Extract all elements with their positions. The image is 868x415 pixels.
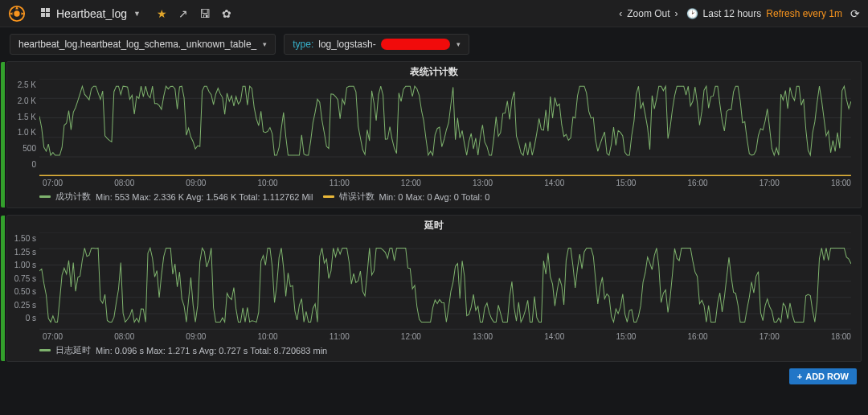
- zoom-out-button[interactable]: ‹ Zoom Out ›: [619, 8, 678, 19]
- star-icon[interactable]: ★: [157, 7, 167, 20]
- chart-svg: [39, 232, 851, 330]
- legend-name: 错误计数: [339, 191, 375, 203]
- plot-area[interactable]: [39, 79, 851, 180]
- legend-stats: Min: 553 Max: 2.336 K Avg: 1.546 K Total…: [96, 192, 313, 202]
- panel-latency: 延时 1.50 s1.25 s1.00 s0.75 s0.50 s0.25 s0…: [6, 215, 862, 362]
- caret-down-icon: ▾: [457, 40, 461, 48]
- chevron-left-icon: ‹: [619, 8, 622, 19]
- panel-title: 表统计计数: [7, 62, 861, 79]
- clock-icon: 🕑: [686, 8, 698, 19]
- legend-swatch: [39, 349, 51, 351]
- var-type-value: log_logstash-: [318, 39, 375, 50]
- caret-down-icon: ▾: [263, 40, 267, 48]
- tick-label: 2.5 K: [18, 80, 36, 89]
- dashboard-title: Heartbeat_log: [56, 7, 127, 20]
- tick-label: 1.0 K: [18, 128, 36, 137]
- row-handle[interactable]: [1, 216, 5, 361]
- tick-label: 500: [23, 144, 36, 153]
- panels-container: 表统计计数 2.5 K2.0 K1.5 K1.0 K5000 07:0008:0…: [0, 61, 868, 367]
- series-latency: [39, 248, 851, 322]
- timerange-label: Last 12 hours: [703, 8, 762, 19]
- legend-swatch: [323, 195, 334, 198]
- save-icon[interactable]: 🖫: [199, 7, 211, 20]
- panel-table-count: 表统计计数 2.5 K2.0 K1.5 K1.0 K5000 07:0008:0…: [6, 61, 862, 208]
- legend-name: 日志延时: [55, 344, 91, 356]
- series-success: [39, 86, 851, 155]
- legend-stats: Min: 0 Max: 0 Avg: 0 Total: 0: [379, 192, 490, 202]
- add-row-row: + ADD ROW: [0, 367, 868, 384]
- refresh-interval-label: Refresh every 1m: [766, 8, 842, 19]
- var-table-value: heartbeat_log.heartbeat_log_schema._unkn…: [18, 39, 256, 50]
- gridlines: [39, 79, 851, 175]
- legend-item[interactable]: 成功计数 Min: 553 Max: 2.336 K Avg: 1.546 K …: [39, 191, 313, 203]
- time-range-picker[interactable]: 🕑 Last 12 hours Refresh every 1m: [686, 8, 842, 19]
- legend-stats: Min: 0.096 s Max: 1.271 s Avg: 0.727 s T…: [96, 346, 327, 355]
- plot-area[interactable]: [39, 232, 851, 334]
- add-row-label: ADD ROW: [805, 372, 849, 381]
- tick-label: 1.00 s: [14, 261, 36, 269]
- tick-label: 1.50 s: [14, 234, 36, 243]
- refresh-icon[interactable]: ⟳: [850, 7, 860, 20]
- topbar: Heartbeat_log ▼ ★ ↗ 🖫 ✿ ‹ Zoom Out › 🕑 L…: [0, 0, 868, 27]
- grafana-logo: [8, 5, 26, 23]
- zoom-label: Zoom Out: [627, 8, 669, 19]
- tick-label: 0.50 s: [14, 287, 36, 296]
- share-icon[interactable]: ↗: [178, 7, 188, 20]
- var-type-key: type:: [293, 39, 313, 50]
- legend-name: 成功计数: [55, 191, 91, 203]
- row-handle[interactable]: [1, 62, 5, 208]
- y-axis: 2.5 K2.0 K1.5 K1.0 K5000: [7, 79, 39, 180]
- chart-svg: [39, 79, 851, 176]
- tick-label: 0 s: [26, 314, 36, 323]
- tick-label: 1.25 s: [14, 248, 36, 257]
- legend-item[interactable]: 日志延时 Min: 0.096 s Max: 1.271 s Avg: 0.72…: [39, 344, 327, 356]
- redacted-segment: [381, 39, 450, 50]
- add-row-button[interactable]: + ADD ROW: [789, 368, 857, 384]
- tick-label: 1.5 K: [18, 113, 36, 121]
- chevron-right-icon: ›: [675, 8, 678, 19]
- svg-point-1: [14, 10, 19, 16]
- legend: 成功计数 Min: 553 Max: 2.336 K Avg: 1.546 K …: [7, 187, 861, 208]
- caret-down-icon: ▼: [133, 10, 141, 18]
- topbar-right: ‹ Zoom Out › 🕑 Last 12 hours Refresh eve…: [619, 7, 860, 20]
- panel-title: 延时: [7, 216, 861, 232]
- template-vars-row: heartbeat_log.heartbeat_log_schema._unkn…: [0, 27, 868, 61]
- legend-item[interactable]: 错误计数 Min: 0 Max: 0 Avg: 0 Total: 0: [323, 191, 490, 203]
- tick-label: 0: [31, 160, 36, 169]
- legend-swatch: [39, 195, 51, 198]
- legend: 日志延时 Min: 0.096 s Max: 1.271 s Avg: 0.72…: [7, 341, 861, 361]
- tick-label: 0.75 s: [14, 274, 36, 283]
- tick-label: 2.0 K: [18, 97, 36, 105]
- dashboard-picker[interactable]: Heartbeat_log ▼: [34, 4, 147, 23]
- panel-body: 2.5 K2.0 K1.5 K1.0 K5000: [7, 79, 861, 180]
- plus-icon: +: [797, 372, 802, 381]
- gear-icon[interactable]: ✿: [222, 7, 231, 20]
- tick-label: 0.25 s: [14, 301, 36, 310]
- grid-icon: [40, 8, 51, 19]
- panel-body: 1.50 s1.25 s1.00 s0.75 s0.50 s0.25 s0 s: [7, 232, 861, 334]
- toolbar-icons: ★ ↗ 🖫 ✿: [157, 7, 231, 20]
- var-type-picker[interactable]: type: log_logstash- ▾: [284, 34, 469, 55]
- y-axis: 1.50 s1.25 s1.00 s0.75 s0.50 s0.25 s0 s: [7, 232, 39, 334]
- var-table-picker[interactable]: heartbeat_log.heartbeat_log_schema._unkn…: [10, 34, 276, 55]
